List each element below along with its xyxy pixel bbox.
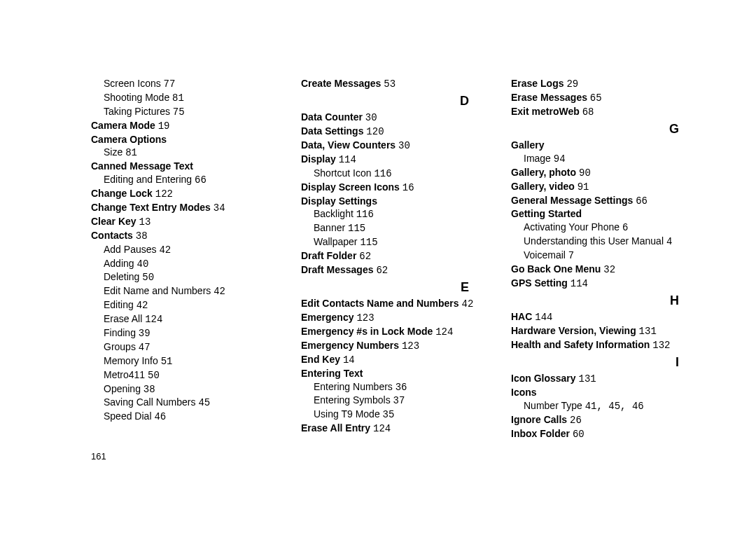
index-entry-page: 94 (554, 153, 566, 165)
index-entry-page: 38 (136, 230, 148, 242)
index-entry: Groups 47 (91, 340, 287, 354)
index-entry: Size 81 (91, 146, 287, 160)
index-entry-page: 60 (573, 429, 584, 440)
index-entry: Banner 115 (301, 221, 497, 235)
index-entry-label: Shooting Mode (104, 92, 169, 103)
index-entry: Change Lock 122 (91, 187, 287, 201)
index-entry-label: Erase Messages (511, 92, 587, 103)
index-entry: Data Counter 30 (301, 111, 497, 125)
index-entry-page: 34 (214, 202, 225, 214)
index-letter: I (511, 354, 714, 371)
index-entry-page: 7 (568, 250, 574, 261)
index-entry-label: Understanding this User Manual (524, 235, 664, 247)
index-entry-page: 132 (652, 340, 670, 351)
index-entry: Erase All Entry 124 (301, 422, 497, 436)
index-entry-page: 81 (172, 92, 184, 104)
index-entry-label: Change Lock (91, 188, 153, 199)
index-entry: Screen Icons 77 (91, 77, 287, 91)
index-entry: Using T9 Mode 35 (301, 408, 497, 422)
index-entry-page: 81 (125, 147, 137, 158)
index-entry-label: Gallery, photo (511, 167, 576, 178)
index-entry-page: 50 (148, 370, 160, 381)
index-entry-label: Gallery (511, 139, 544, 151)
index-entry-page: 68 (582, 106, 594, 118)
index-entry-label: Adding (104, 258, 134, 269)
index-entry-page: 26 (570, 415, 582, 426)
index-entry: Number Type 41, 45, 46 (511, 399, 714, 413)
index-entry-label: Go Back One Menu (511, 263, 601, 275)
index-entry-label: Voicemail (524, 249, 566, 261)
index-entry-page: 66 (195, 174, 206, 186)
index-entry-label: Change Text Entry Modes (91, 202, 211, 213)
index-entry: Icons (511, 386, 714, 399)
index-entry: Add Pauses 42 (91, 243, 287, 257)
index-entry: Erase Logs 29 (511, 77, 714, 91)
index-entry: Editing and Entering 66 (91, 173, 287, 187)
index-entry: Entering Text (301, 367, 497, 380)
index-entry: Adding 40 (91, 257, 287, 271)
index-entry-label: Exit metroWeb (511, 106, 580, 117)
index-entry-page: 42 (462, 298, 474, 310)
index-entry: GPS Setting 114 (511, 277, 714, 291)
index-entry: End Key 14 (301, 353, 497, 367)
index-entry-page: 4 (666, 236, 672, 247)
index-entry-label: Edit Contacts Name and Numbers (301, 298, 459, 309)
index-entry-label: Image (524, 153, 551, 164)
index-entry: Data, View Counters 30 (301, 139, 497, 153)
index-entry-page: 114 (570, 278, 588, 289)
index-entry: Finding 39 (91, 326, 287, 340)
index-entry: Clear Key 13 (91, 215, 287, 229)
index-entry-label: Emergency Numbers (301, 340, 399, 351)
index-entry-page: 29 (566, 78, 578, 90)
index-entry-label: Add Pauses (104, 244, 157, 255)
index-entry: Gallery (511, 139, 714, 152)
index-entry-label: End Key (301, 354, 340, 365)
index-entry-label: Banner (314, 222, 345, 233)
index-entry-label: Display (301, 153, 336, 165)
index-entry-page: 51 (161, 356, 173, 367)
index-entry: General Message Settings 66 (511, 194, 714, 208)
index-entry: Backlight 116 (301, 207, 497, 221)
index-entry-label: Deleting (104, 271, 139, 282)
index-entry-page: 30 (365, 112, 377, 123)
index-entry-label: Memory Info (104, 355, 158, 366)
index-entry-page: 131 (639, 326, 657, 337)
index-entry: Metro411 50 (91, 368, 287, 382)
index-entry-label: Icons (511, 387, 537, 398)
index-entry-label: Activating Your Phone (524, 221, 620, 233)
index-entry: Activating Your Phone 6 (511, 221, 714, 235)
index-entry: Edit Contacts Name and Numbers 42 (301, 297, 497, 311)
index-entry-label: Saving Call Numbers (104, 396, 196, 408)
index-entry-label: Entering Numbers (314, 381, 393, 392)
index-entry: Emergency Numbers 123 (301, 339, 497, 353)
index-entry: Canned Message Text (91, 160, 287, 173)
index-entry-label: Inbox Folder (511, 428, 570, 439)
index-entry: Shortcut Icon 116 (301, 167, 497, 181)
index-entry: Camera Options (91, 133, 287, 146)
index-entry-label: Display Settings (301, 195, 377, 207)
index-entry-page: 115 (360, 237, 377, 248)
index-entry-label: Emergency #s in Lock Mode (301, 326, 433, 337)
index-entry-page: 35 (383, 409, 395, 420)
index-entry: Deleting 50 (91, 270, 287, 284)
index-entry-page: 115 (348, 223, 365, 234)
index-entry-page: 14 (343, 354, 355, 366)
column-2: Create Messages 53DData Counter 30Data S… (301, 77, 497, 441)
index-entry: Entering Symbols 37 (301, 394, 497, 408)
index-entry-label: Data, View Counters (301, 139, 396, 151)
index-entry-page: 53 (384, 78, 396, 90)
index-entry-label: Editing (104, 299, 134, 310)
index-entry: Memory Info 51 (91, 354, 287, 368)
index-letter: G (511, 120, 714, 137)
index-entry: Edit Name and Numbers 42 (91, 284, 287, 298)
index-entry-page: 124 (435, 326, 453, 338)
index-entry: Icon Glossary 131 (511, 372, 714, 386)
column-3: Erase Logs 29Erase Messages 65Exit metro… (511, 77, 714, 441)
index-entry: Shooting Mode 81 (91, 91, 287, 105)
index-entry-page: 47 (139, 342, 150, 353)
index-entry-label: Wallpaper (314, 236, 358, 247)
index-entry-page: 120 (366, 126, 384, 137)
index-entry-page: 42 (136, 300, 148, 311)
index-entry: Saving Call Numbers 45 (91, 396, 287, 410)
index-entry: Wallpaper 115 (301, 235, 497, 249)
